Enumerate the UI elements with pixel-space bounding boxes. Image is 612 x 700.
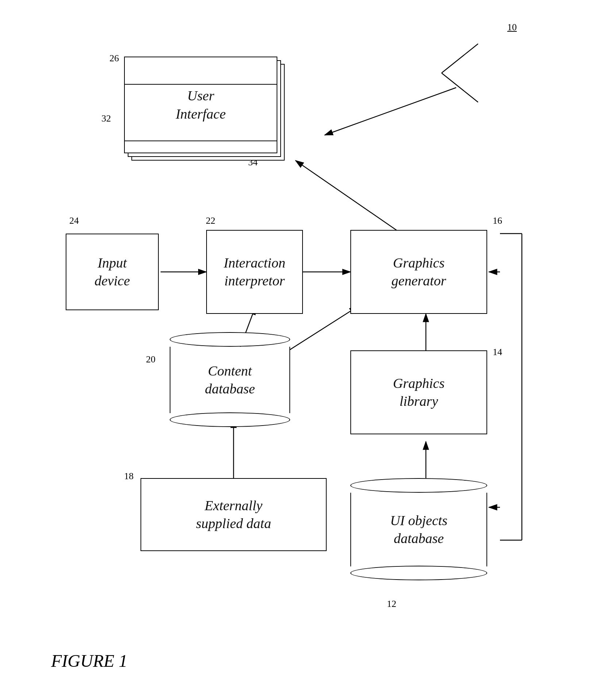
interaction-interpreter-label: Interactioninterpretor xyxy=(224,254,285,290)
ref-12: 12 xyxy=(387,599,396,609)
ref-26: 26 xyxy=(109,53,119,64)
arrows-svg xyxy=(0,0,612,700)
graphics-generator-box: Graphicsgenerator xyxy=(350,230,487,314)
cylinder-body-ui: UI objectsdatabase xyxy=(350,493,487,567)
user-interface-stack: UserInterface xyxy=(124,57,285,162)
graphics-library-box: Graphicslibrary xyxy=(350,350,487,434)
svg-line-11 xyxy=(296,161,401,234)
ui-objects-database-label: UI objectsdatabase xyxy=(386,508,451,551)
svg-line-2 xyxy=(442,44,478,73)
user-interface-label: UserInterface xyxy=(176,87,226,123)
cylinder-bottom-ui xyxy=(350,566,487,580)
input-device-box: Inputdevice xyxy=(66,234,159,310)
externally-supplied-data-label: Externallysupplied data xyxy=(196,497,271,533)
svg-line-4 xyxy=(325,88,456,135)
cylinder-top-ui xyxy=(350,478,487,493)
ref-10: 10 xyxy=(507,22,517,33)
ref-32: 32 xyxy=(101,113,111,124)
content-database-label: Contentdatabase xyxy=(201,358,258,402)
diagram: 10 26 32 34 UserInterface 22 Interaction… xyxy=(0,0,612,700)
externally-supplied-data-box: Externallysupplied data xyxy=(141,478,327,551)
interaction-interpreter-box: Interactioninterpretor xyxy=(206,230,303,314)
ref-20: 20 xyxy=(146,354,155,365)
figure-label: FIGURE 1 xyxy=(51,651,127,671)
graphics-library-label: Graphicslibrary xyxy=(393,374,444,411)
ui-objects-database-cylinder: UI objectsdatabase xyxy=(350,478,487,580)
cylinder-body-content: Contentdatabase xyxy=(170,347,290,414)
ref-16: 16 xyxy=(493,215,502,226)
input-device-label: Inputdevice xyxy=(95,254,130,290)
ref-14: 14 xyxy=(493,347,502,358)
cylinder-top-content xyxy=(170,332,290,347)
graphics-generator-label: Graphicsgenerator xyxy=(392,254,446,290)
ref-24: 24 xyxy=(69,215,79,226)
cylinder-bottom-content xyxy=(170,412,290,427)
ref-18: 18 xyxy=(124,471,134,482)
ref-22: 22 xyxy=(206,215,215,226)
content-database-cylinder: Contentdatabase xyxy=(170,332,290,427)
svg-line-3 xyxy=(442,73,478,102)
